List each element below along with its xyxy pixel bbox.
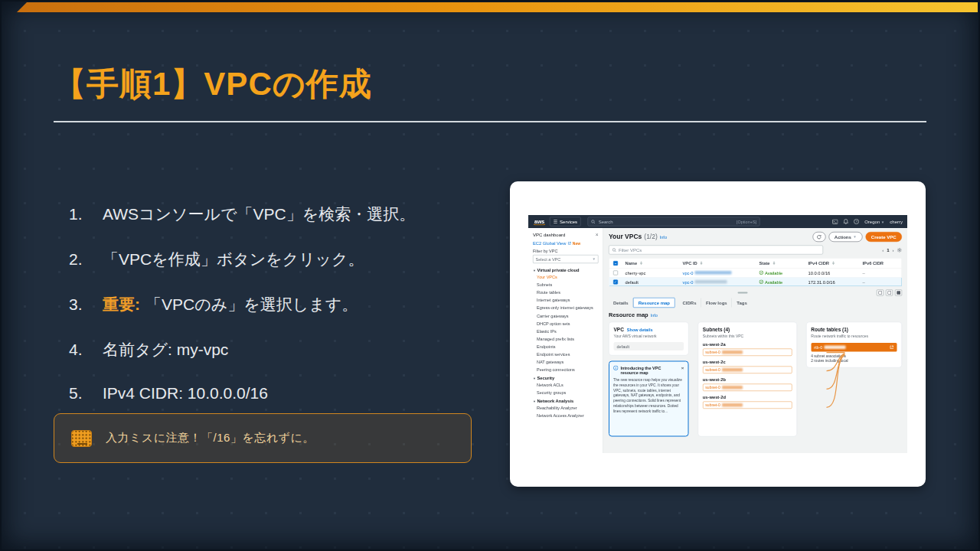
vpc-name: cherry-vpc: [622, 270, 680, 275]
search-icon: [612, 248, 617, 253]
layout-toggle-buttons: [877, 290, 902, 296]
sidebar-item-dhcp[interactable]: DHCP option sets: [537, 321, 599, 326]
notifications-bell-icon[interactable]: [844, 219, 849, 224]
note-text: 入力ミスに注意！「/16」を忘れずに。: [106, 431, 315, 445]
triangle-icon: ▼: [533, 399, 536, 403]
sidebar-item-peering[interactable]: Peering connections: [537, 367, 599, 372]
sidebar-item-internet-gateways[interactable]: Internet gateways: [537, 298, 599, 302]
table-row[interactable]: ✓ default vpc-0 Available 172.31.0.0/16 …: [609, 278, 902, 287]
step-number: 5.: [69, 384, 89, 403]
subnet-chip[interactable]: subnet-0: [703, 367, 792, 374]
services-menu[interactable]: ☰ Services: [550, 217, 580, 227]
table-row[interactable]: cherry-vpc vpc-0 Available 10.0.0.0/16 –: [609, 269, 902, 278]
sidebar-section-vpc[interactable]: ▼Virtual private cloud: [533, 268, 599, 272]
tab-resource-map[interactable]: Resource map: [633, 298, 675, 308]
sidebar-item-elastic-ips[interactable]: Elastic IPs: [537, 329, 599, 334]
tab-tags[interactable]: Tags: [732, 298, 752, 308]
split-drag-handle[interactable]: [738, 292, 748, 294]
sort-icon: [832, 262, 835, 266]
list-item: 3. 重要:「VPCのみ」を選択します。: [69, 294, 415, 315]
page-number[interactable]: 1: [887, 247, 889, 253]
sidebar-item-your-vpcs[interactable]: Your VPCs: [537, 275, 599, 279]
sidebar-item-prefix-lists[interactable]: Managed prefix lists: [537, 337, 599, 341]
az-label: us-west-2a: [703, 342, 792, 347]
vpc-card-subtitle: Your AWS virtual network: [614, 334, 684, 339]
select-all-checkbox[interactable]: –: [613, 261, 618, 266]
ipv6-cidr: –: [860, 279, 902, 284]
search-input[interactable]: Search [Option+S]: [588, 217, 760, 227]
row-checkbox[interactable]: ✓: [613, 279, 618, 284]
layout-icon[interactable]: [895, 290, 902, 296]
sidebar-item-endpoints[interactable]: Endpoints: [537, 344, 599, 349]
sidebar-item-network-acls[interactable]: Network ACLs: [537, 383, 599, 387]
info-link[interactable]: Info: [651, 313, 658, 318]
layout-icon[interactable]: [886, 290, 893, 296]
close-icon[interactable]: ×: [681, 366, 684, 371]
vpc-id-link[interactable]: vpc-0: [680, 270, 756, 275]
sidebar-item-nat-gateways[interactable]: NAT gateways: [537, 360, 599, 364]
sidebar-item-egress-only[interactable]: Egress-only internet gateways: [537, 305, 599, 311]
sidebar-ec2-global-view[interactable]: EC2 Global View New: [533, 241, 599, 246]
close-icon[interactable]: ×: [596, 232, 599, 238]
sidebar-section-network-analysis[interactable]: ▼Network Analysis: [533, 399, 599, 403]
vpc-id-link[interactable]: vpc-0: [680, 279, 756, 284]
steps-list: 1. AWSコンソールで「VPC」を検索・選択。 2. 「VPCを作成」ボタンを…: [69, 204, 415, 426]
your-vpcs-heading: Your VPCs (1/2) Info: [609, 233, 667, 241]
route-card-line1: 4 subnet associations: [811, 354, 897, 358]
info-icon: [613, 366, 619, 371]
sidebar-item-network-access-analyzer[interactable]: Network Access Analyzer: [537, 413, 599, 418]
status-badge: Available: [760, 270, 783, 275]
sidebar-item-reachability-analyzer[interactable]: Reachability Analyzer: [537, 406, 599, 410]
refresh-button[interactable]: [812, 232, 825, 242]
sort-icon: [640, 262, 642, 266]
sort-icon: [701, 262, 703, 266]
sidebar-item-subnets[interactable]: Subnets: [537, 282, 599, 287]
redacted-id: [722, 350, 743, 354]
slide: 【手順1】VPCの作成 1. AWSコンソールで「VPC」を検索・選択。 2. …: [0, 0, 980, 551]
account-menu[interactable]: cherry: [890, 219, 903, 224]
sidebar-item-endpoint-services[interactable]: Endpoint services: [537, 352, 599, 357]
prev-page-icon[interactable]: ‹: [882, 247, 884, 253]
sidebar-section-security[interactable]: ▼Security: [533, 376, 599, 380]
layout-icon[interactable]: [877, 290, 884, 296]
sidebar-item-carrier-gateways[interactable]: Carrier gateways: [537, 314, 599, 318]
sidebar-vpc-dashboard[interactable]: VPC dashboard: [533, 232, 565, 237]
detail-tabs: Details Resource map CIDRs Flow logs Tag…: [609, 298, 902, 308]
subnet-chip[interactable]: subnet-0: [703, 402, 792, 409]
vpc-default-chip[interactable]: default: [614, 342, 684, 350]
info-link[interactable]: Info: [660, 235, 667, 240]
step-text: 名前タグ: my-vpc: [103, 339, 228, 360]
column-header-ipv6[interactable]: IPv6 CIDR: [860, 261, 902, 266]
step-text: IPv4 CIDR: 10.0.0.0/16: [103, 384, 268, 403]
tab-cidrs[interactable]: CIDRs: [678, 298, 702, 308]
help-icon[interactable]: ?: [854, 219, 859, 224]
ipv4-cidr: 172.31.0.0/16: [805, 279, 860, 284]
show-details-link[interactable]: Show details: [627, 328, 653, 332]
subnet-chip[interactable]: subnet-0: [703, 349, 792, 357]
gear-icon[interactable]: [897, 247, 903, 253]
cloudshell-icon[interactable]: [832, 219, 838, 224]
create-vpc-button[interactable]: Create VPC: [865, 232, 902, 242]
tab-flow-logs[interactable]: Flow logs: [701, 298, 732, 308]
console-sidebar: VPC dashboard × EC2 Global View New Filt…: [528, 228, 603, 453]
region-selector[interactable]: Oregon ▼: [864, 219, 884, 224]
list-item: 4. 名前タグ: my-vpc: [69, 339, 415, 360]
column-header-state[interactable]: State: [756, 261, 805, 266]
aws-console: aws ☰ Services Search [Option+S]: [528, 215, 907, 453]
next-page-icon[interactable]: ›: [893, 247, 894, 253]
route-card-line2: 2 routes including local: [811, 359, 897, 364]
step-text: 「VPCを作成」ボタンをクリック。: [103, 249, 364, 270]
svg-text:?: ?: [856, 220, 858, 223]
route-table-chip[interactable]: rtb-0: [811, 343, 897, 352]
row-checkbox[interactable]: [613, 270, 618, 275]
filter-input[interactable]: Filter VPCs: [609, 246, 823, 255]
column-header-ipv4[interactable]: IPv4 CIDR: [805, 261, 860, 266]
tab-details[interactable]: Details: [609, 298, 633, 308]
sidebar-item-route-tables[interactable]: Route tables: [537, 290, 599, 295]
sidebar-item-security-groups[interactable]: Security groups: [537, 390, 599, 395]
column-header-name[interactable]: Name: [622, 261, 680, 266]
subnet-chip[interactable]: subnet-0: [703, 384, 792, 392]
actions-button[interactable]: Actions ▼: [828, 232, 862, 242]
vpc-select[interactable]: Select a VPC ▼: [533, 255, 599, 263]
column-header-vpc-id[interactable]: VPC ID: [680, 261, 756, 266]
